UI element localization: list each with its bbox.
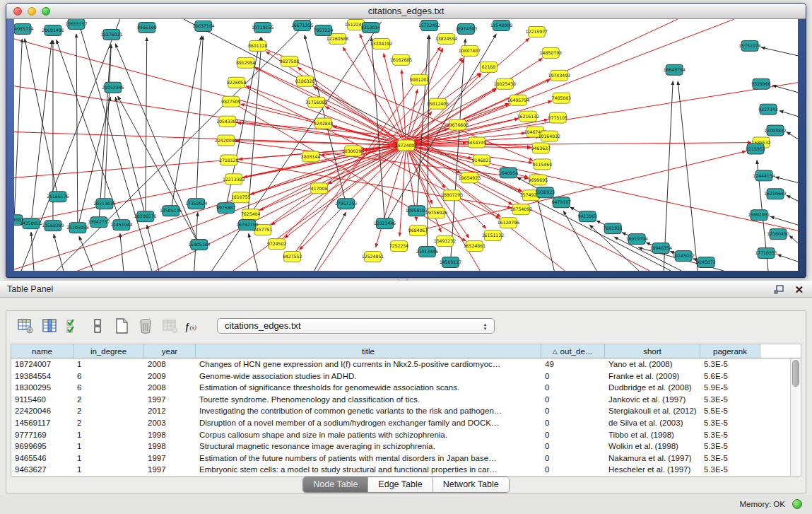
graph-node[interactable]: 9975887 bbox=[216, 203, 236, 214]
table-row[interactable]: 911546021997Tourette syndrome. Phenomeno… bbox=[11, 394, 801, 406]
graph-node[interactable]: 17957253 bbox=[335, 199, 358, 209]
graph-node[interactable]: 14850793 bbox=[540, 47, 563, 58]
graph-node[interactable]: 10655257 bbox=[65, 19, 88, 29]
graph-node[interactable]: 10807487 bbox=[459, 45, 481, 56]
table-row[interactable]: 977716911998Corpus callosum shape and si… bbox=[11, 429, 801, 441]
table-row[interactable]: 1830029562008Estimation of significance … bbox=[11, 382, 801, 394]
graph-node[interactable]: 8313014 bbox=[361, 22, 381, 33]
graph-node[interactable]: 8454749 bbox=[467, 137, 487, 148]
graph-node[interactable]: 15692931 bbox=[748, 210, 770, 221]
checklist-icon[interactable] bbox=[64, 317, 83, 335]
delete-column-icon[interactable] bbox=[136, 317, 155, 335]
graph-node[interactable]: 9463627 bbox=[531, 143, 551, 153]
graph-node[interactable]: 31756085 bbox=[305, 97, 328, 107]
graph-node[interactable]: 20513035 bbox=[93, 199, 116, 209]
graph-node[interactable]: 19654923 bbox=[459, 173, 481, 183]
graph-node[interactable]: 12215977 bbox=[526, 26, 548, 37]
graph-node[interactable]: 16216132 bbox=[517, 111, 540, 122]
graph-node[interactable]: 7485083 bbox=[552, 93, 572, 103]
graph-node[interactable]: 16210643 bbox=[764, 189, 787, 199]
minimize-window-icon[interactable] bbox=[28, 7, 36, 16]
network-canvas[interactable]: 1872400786011288912954822605898275091054… bbox=[14, 19, 798, 271]
table-row[interactable]: 1456911722003Disruption of a novel membe… bbox=[11, 417, 801, 429]
graph-node[interactable]: 19245012 bbox=[672, 251, 695, 262]
graph-node[interactable]: 16120796 bbox=[498, 218, 520, 228]
graph-node[interactable]: 10974393 bbox=[455, 23, 478, 34]
graph-node[interactable]: 22420046 bbox=[215, 135, 237, 146]
graph-node[interactable]: 10543382 bbox=[216, 116, 239, 127]
table-settings-icon[interactable] bbox=[16, 317, 35, 335]
graph-node[interactable]: 9724502 bbox=[267, 239, 287, 250]
graph-node[interactable]: 9081202 bbox=[410, 74, 430, 85]
table-row[interactable]: 2242004622012Investigating the contribut… bbox=[11, 405, 801, 417]
graph-node[interactable]: 10025438 bbox=[494, 78, 517, 89]
graph-node[interactable]: 12444154 bbox=[753, 170, 775, 181]
graph-node[interactable]: 417006 bbox=[311, 183, 328, 194]
graph-node[interactable]: 13505135 bbox=[160, 206, 182, 216]
function-builder-icon[interactable]: f(x) bbox=[184, 317, 203, 335]
graph-node[interactable]: 10946354 bbox=[649, 243, 672, 254]
graph-node[interactable]: 11451944 bbox=[110, 220, 133, 230]
graph-node[interactable]: 12524851 bbox=[362, 252, 384, 262]
import-table-icon[interactable] bbox=[160, 317, 179, 335]
graph-node[interactable]: 10164032 bbox=[539, 131, 561, 141]
column-select-icon[interactable] bbox=[40, 317, 59, 335]
graph-node[interactable]: 9827508 bbox=[280, 56, 300, 66]
graph-node[interactable]: 15722452 bbox=[418, 20, 441, 30]
table-scrollbar-thumb[interactable] bbox=[792, 360, 799, 387]
graph-node[interactable]: 9329966 bbox=[751, 78, 771, 89]
tab-edge-table[interactable]: Edge Table bbox=[368, 477, 433, 492]
graph-node[interactable]: 9827509 bbox=[221, 96, 241, 107]
graph-node[interactable]: 1810755 bbox=[231, 192, 251, 203]
graph-node[interactable]: 20206576 bbox=[134, 211, 157, 222]
graph-node[interactable]: 10754092 bbox=[510, 204, 533, 215]
column-header-short[interactable]: short bbox=[605, 344, 700, 358]
graph-node[interactable]: 8226058 bbox=[227, 77, 247, 88]
graph-node[interactable]: 11548008 bbox=[490, 20, 513, 30]
column-header-name[interactable]: name bbox=[11, 344, 73, 358]
network-table-dropdown[interactable]: citations_edges.txt▲▼ bbox=[217, 318, 495, 334]
graph-node[interactable]: 11568389 bbox=[42, 221, 64, 231]
graph-node[interactable]: 13942757 bbox=[88, 217, 110, 228]
graph-node[interactable]: 9684067 bbox=[408, 226, 428, 236]
graph-node[interactable]: 26166176 bbox=[47, 192, 69, 202]
graph-node[interactable]: 9146821 bbox=[472, 155, 492, 165]
graph-node[interactable]: 18300295 bbox=[342, 146, 365, 156]
graph-node[interactable]: 13204192 bbox=[370, 38, 393, 49]
graph-node[interactable]: 19756928 bbox=[425, 208, 448, 218]
graph-node[interactable]: 15751074 bbox=[739, 40, 761, 51]
graph-node[interactable]: 20691406 bbox=[42, 25, 64, 35]
column-header-out_de[interactable]: △out_de… bbox=[541, 344, 605, 358]
table-scrollbar[interactable] bbox=[790, 358, 801, 476]
graph-node[interactable]: 7691931 bbox=[603, 223, 623, 234]
graph-node[interactable]: 1640954 bbox=[499, 168, 519, 178]
graph-node[interactable]: 8912954 bbox=[236, 57, 256, 68]
graph-node[interactable]: 5938923 bbox=[536, 187, 555, 198]
graph-node[interactable]: 12923446 bbox=[374, 218, 396, 229]
graph-node[interactable]: 18637104 bbox=[192, 21, 215, 31]
table-row[interactable]: 1872400712008Changes of HCN gene express… bbox=[11, 358, 801, 370]
window-titlebar[interactable]: citations_edges.txt bbox=[6, 4, 806, 19]
graph-node[interactable]: 21053346 bbox=[102, 82, 124, 93]
graph-node[interactable]: 29676608 bbox=[447, 119, 469, 130]
graph-node[interactable]: 9245072 bbox=[696, 257, 716, 268]
split-rows-icon[interactable] bbox=[88, 317, 107, 335]
graph-node[interactable]: 21013446 bbox=[416, 247, 439, 257]
graph-node[interactable]: 17359924 bbox=[185, 199, 208, 209]
new-column-icon[interactable] bbox=[112, 317, 131, 335]
graph-node[interactable]: 2718120 bbox=[219, 155, 239, 165]
graph-node[interactable]: 13824554 bbox=[435, 33, 458, 44]
close-panel-icon[interactable]: ✕ bbox=[794, 284, 804, 296]
graph-node[interactable]: 8215953 bbox=[746, 144, 765, 154]
table-row[interactable]: 946554611997Estimation of the future num… bbox=[11, 452, 801, 465]
graph-node[interactable]: 62160 bbox=[480, 62, 497, 72]
network-view-window[interactable]: citations_edges.txt 18724007860112889129… bbox=[6, 3, 806, 278]
column-header-in_degree[interactable]: in_degree bbox=[73, 344, 144, 358]
graph-node[interactable]: 12093832 bbox=[764, 125, 787, 136]
graph-node[interactable]: 9227343 bbox=[758, 104, 778, 115]
graph-node[interactable]: 16671355 bbox=[291, 20, 314, 30]
graph-node[interactable]: 24055724 bbox=[14, 23, 34, 34]
column-header-year[interactable]: year bbox=[144, 344, 196, 358]
graph-node[interactable]: 10719155 bbox=[252, 22, 274, 33]
graph-node[interactable]: 12213383 bbox=[223, 174, 245, 185]
